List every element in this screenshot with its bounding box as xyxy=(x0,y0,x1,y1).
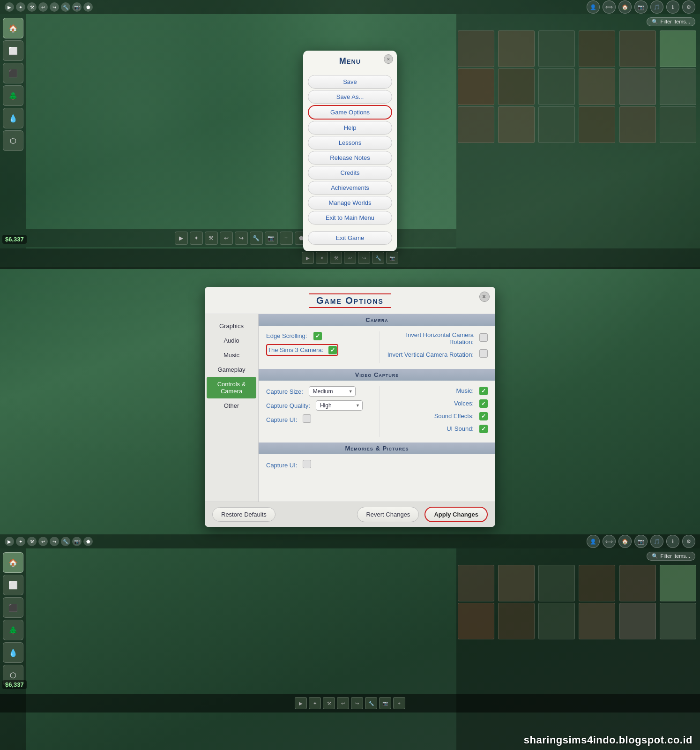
item-cell-3[interactable] xyxy=(538,30,575,67)
sound-effects-checkbox[interactable]: ✓ xyxy=(479,412,488,420)
item-cell-b6[interactable] xyxy=(660,565,696,601)
h-toolbar-btn-8[interactable]: + xyxy=(280,232,293,245)
toolbar-btn-7[interactable]: 📷 xyxy=(386,252,398,264)
options-close-button[interactable]: × xyxy=(479,292,490,302)
h-toolbar-btn-2[interactable]: ✦ xyxy=(190,232,203,245)
toolbar-btn-3[interactable]: ⚒ xyxy=(330,252,342,264)
screen2-build-icon-house[interactable]: 🏠 xyxy=(3,552,23,573)
screen2-build-icon-fence[interactable]: ⬜ xyxy=(3,575,23,595)
hud2-btn-music[interactable]: 🎵 xyxy=(650,535,663,548)
hud-btn-arrows[interactable]: ⟺ xyxy=(603,0,616,14)
menu-close-button[interactable]: × xyxy=(384,54,393,64)
item-cell-b5[interactable] xyxy=(619,565,656,601)
hud2-btn-camera[interactable]: 📷 xyxy=(634,535,648,548)
screen2-build-icon-water[interactable]: 💧 xyxy=(3,642,23,663)
s2-toolbar-btn-2[interactable]: ✦ xyxy=(309,697,321,709)
hud-btn-info[interactable]: ℹ xyxy=(666,0,679,14)
filter-button-bottom[interactable]: 🔍 Filter Items... xyxy=(647,552,695,561)
menu-game-options-button[interactable]: Game Options xyxy=(308,105,392,120)
voices-checkbox[interactable]: ✓ xyxy=(479,399,488,408)
toolbar-btn-6[interactable]: 🔧 xyxy=(372,252,384,264)
build-icon-road[interactable]: ⬛ xyxy=(3,63,23,83)
sidebar-item-other[interactable]: Other xyxy=(205,398,258,413)
item-cell-10[interactable] xyxy=(579,68,615,105)
invert-vertical-checkbox[interactable] xyxy=(479,349,488,358)
filter-button-top[interactable]: 🔍 Filter Items... xyxy=(647,17,695,26)
item-cell-b7[interactable] xyxy=(458,603,494,639)
menu-manage-worlds-button[interactable]: Manage Worlds xyxy=(308,196,392,210)
screen2-build-icon-tree[interactable]: 🌲 xyxy=(3,620,23,640)
hud-btn-house[interactable]: 🏠 xyxy=(618,0,632,14)
revert-changes-button[interactable]: Revert Changes xyxy=(357,507,419,522)
hud-btn-people[interactable]: 👤 xyxy=(587,0,600,14)
s2-toolbar-btn-5[interactable]: ↪ xyxy=(351,697,363,709)
item-cell-16[interactable] xyxy=(579,106,615,143)
item-cell-b1[interactable] xyxy=(458,565,494,601)
sidebar-item-graphics[interactable]: Graphics xyxy=(205,319,258,333)
invert-horizontal-checkbox[interactable] xyxy=(479,333,488,342)
build-icon-tree[interactable]: 🌲 xyxy=(3,85,23,106)
item-cell-9[interactable] xyxy=(538,68,575,105)
item-cell-6[interactable] xyxy=(660,30,696,67)
build-icon-water[interactable]: 💧 xyxy=(3,108,23,128)
toolbar-btn-2[interactable]: ✦ xyxy=(316,252,328,264)
item-cell-13[interactable] xyxy=(458,106,494,143)
s2-toolbar-btn-8[interactable]: + xyxy=(393,697,405,709)
build-icon-house[interactable]: 🏠 xyxy=(3,18,23,38)
h-toolbar-btn-1[interactable]: ▶ xyxy=(175,232,188,245)
h-toolbar-btn-4[interactable]: ↩ xyxy=(220,232,233,245)
build-icon-fence[interactable]: ⬜ xyxy=(3,40,23,61)
sidebar-item-music[interactable]: Music xyxy=(205,348,258,362)
item-cell-8[interactable] xyxy=(498,68,535,105)
item-cell-12[interactable] xyxy=(660,68,696,105)
h-toolbar-btn-5[interactable]: ↪ xyxy=(235,232,248,245)
ui-sound-checkbox[interactable]: ✓ xyxy=(479,425,488,433)
item-cell-4[interactable] xyxy=(579,30,615,67)
sidebar-item-controls-camera[interactable]: Controls & Camera xyxy=(207,377,256,398)
item-cell-17[interactable] xyxy=(619,106,656,143)
s2-toolbar-btn-3[interactable]: ⚒ xyxy=(323,697,335,709)
item-cell-b8[interactable] xyxy=(498,603,535,639)
restore-defaults-button[interactable]: Restore Defaults xyxy=(212,507,276,522)
capture-quality-select[interactable]: Low Medium High xyxy=(316,400,363,411)
item-cell-15[interactable] xyxy=(538,106,575,143)
item-cell-b4[interactable] xyxy=(579,565,615,601)
item-cell-b2[interactable] xyxy=(498,565,535,601)
menu-release-notes-button[interactable]: Release Notes xyxy=(308,151,392,165)
hud-btn-gear[interactable]: ⚙ xyxy=(682,0,695,14)
hud2-btn-gear[interactable]: ⚙ xyxy=(682,535,695,548)
s2-toolbar-btn-1[interactable]: ▶ xyxy=(295,697,307,709)
menu-exit-to-main-button[interactable]: Exit to Main Menu xyxy=(308,211,392,225)
menu-exit-game-button[interactable]: Exit Game xyxy=(308,231,392,245)
screen2-build-icon-road[interactable]: ⬛ xyxy=(3,597,23,618)
menu-lessons-button[interactable]: Lessons xyxy=(308,136,392,150)
sims3-camera-checkbox[interactable]: ✓ xyxy=(328,346,337,354)
item-cell-2[interactable] xyxy=(498,30,535,67)
edge-scrolling-checkbox[interactable]: ✓ xyxy=(313,332,322,340)
h-toolbar-btn-6[interactable]: 🔧 xyxy=(250,232,263,245)
menu-help-button[interactable]: Help xyxy=(308,121,392,135)
hud-btn-music[interactable]: 🎵 xyxy=(650,0,663,14)
item-cell-14[interactable] xyxy=(498,106,535,143)
memories-capture-ui-checkbox[interactable] xyxy=(303,460,311,468)
menu-credits-button[interactable]: Credits xyxy=(308,166,392,180)
h-toolbar-btn-7[interactable]: 📷 xyxy=(265,232,278,245)
item-cell-7[interactable] xyxy=(458,68,494,105)
item-cell-18[interactable] xyxy=(660,106,696,143)
item-cell-b10[interactable] xyxy=(579,603,615,639)
item-cell-b9[interactable] xyxy=(538,603,575,639)
hud2-btn-house[interactable]: 🏠 xyxy=(618,535,632,548)
s2-toolbar-btn-7[interactable]: 📷 xyxy=(379,697,391,709)
hud2-btn-people[interactable]: 👤 xyxy=(587,535,600,548)
sidebar-item-audio[interactable]: Audio xyxy=(205,333,258,348)
hud2-btn-arrows[interactable]: ⟺ xyxy=(603,535,616,548)
hud-btn-camera[interactable]: 📷 xyxy=(634,0,648,14)
toolbar-btn-1[interactable]: ▶ xyxy=(302,252,314,264)
toolbar-btn-4[interactable]: ↩ xyxy=(344,252,356,264)
h-toolbar-btn-3[interactable]: ⚒ xyxy=(205,232,218,245)
sidebar-item-gameplay[interactable]: Gameplay xyxy=(205,362,258,377)
item-cell-1[interactable] xyxy=(458,30,494,67)
apply-changes-button[interactable]: Apply Changes xyxy=(424,507,488,522)
item-cell-b3[interactable] xyxy=(538,565,575,601)
menu-achievements-button[interactable]: Achievements xyxy=(308,181,392,195)
